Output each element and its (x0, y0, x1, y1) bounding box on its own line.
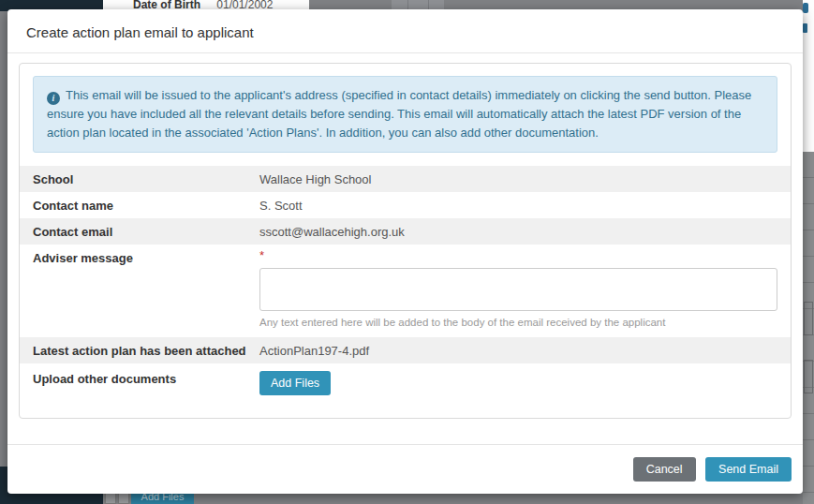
contact-name-value: S. Scott (259, 198, 777, 213)
email-form-panel: iThis email will be issued to the applic… (19, 63, 792, 419)
dialog-body: iThis email will be issued to the applic… (7, 53, 803, 444)
cancel-button[interactable]: Cancel (633, 457, 696, 482)
school-row: School Wallace High School (20, 166, 791, 192)
background-navy-sidebar (0, 467, 7, 504)
send-email-button[interactable]: Send Email (705, 457, 792, 482)
contact-name-row: Contact name S. Scott (20, 192, 791, 218)
adviser-message-helper-text: Any text entered here will be added to t… (259, 317, 777, 328)
info-icon: i (47, 92, 60, 105)
dialog-title: Create action plan email to applicant (26, 24, 784, 40)
action-plan-label: Latest action plan has been attached (33, 343, 259, 358)
required-marker: * (259, 251, 777, 260)
action-plan-filename: ActionPlan197-4.pdf (259, 343, 777, 358)
dialog-footer: Cancel Send Email (7, 444, 803, 494)
contact-email-row: Contact email sscott@wallacehigh.org.uk (20, 218, 791, 245)
contact-name-label: Contact name (33, 198, 259, 213)
adviser-message-label: Adviser message (33, 250, 259, 328)
background-button-outline (804, 360, 813, 393)
school-label: School (33, 171, 259, 186)
adviser-message-row: Adviser message * Any text entered here … (20, 245, 791, 337)
add-files-button[interactable]: Add Files (259, 371, 331, 395)
background-text-fragment (803, 3, 808, 13)
action-plan-row: Latest action plan has been attached Act… (20, 337, 791, 363)
info-alert-text: This email will be issued to the applica… (47, 88, 751, 140)
upload-documents-label: Upload other documents (33, 371, 259, 395)
dialog-header: Create action plan email to applicant (7, 9, 803, 53)
info-alert: iThis email will be issued to the applic… (33, 76, 777, 153)
background-text-fragment (803, 23, 807, 33)
background-button-outline (804, 302, 813, 335)
contact-email-value: sscott@wallacehigh.org.uk (259, 224, 777, 239)
contact-email-label: Contact email (33, 224, 259, 239)
school-value: Wallace High School (259, 171, 777, 186)
adviser-message-input[interactable] (259, 268, 777, 311)
upload-documents-row: Upload other documents Add Files (20, 363, 791, 401)
create-action-plan-email-dialog: Create action plan email to applicant iT… (7, 9, 803, 494)
